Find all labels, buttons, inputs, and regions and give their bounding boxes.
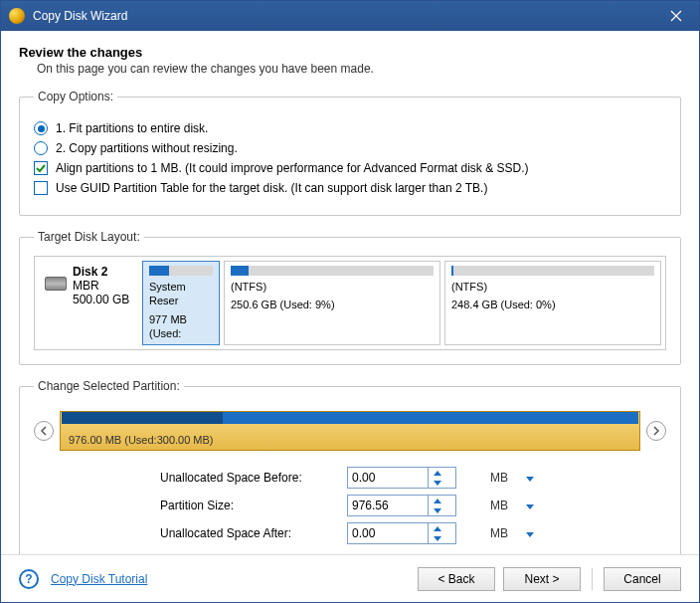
unit-dropdown[interactable] (526, 471, 540, 485)
unalloc-after-field[interactable] (348, 523, 428, 543)
disk-info: Disk 2 MBR 500.00 GB (39, 261, 138, 345)
disk-size: 500.00 GB (73, 293, 129, 306)
change-partition-group: Change Selected Partition: 976.00 MB (Us… (19, 379, 681, 554)
unalloc-after-label: Unallocated Space After: (160, 526, 339, 540)
radio-icon (34, 141, 48, 155)
tutorial-link[interactable]: Copy Disk Tutorial (51, 572, 147, 586)
disk-text: Disk 2 MBR 500.00 GB (73, 265, 129, 306)
change-legend: Change Selected Partition: (34, 379, 184, 393)
cancel-button[interactable]: Cancel (604, 567, 681, 591)
partition-size-input[interactable] (347, 495, 456, 516)
unit-dropdown[interactable] (526, 526, 540, 540)
checkbox-label: Use GUID Partition Table for the target … (56, 181, 487, 195)
next-button[interactable]: Next > (503, 567, 581, 591)
radio-fit-partitions[interactable]: 1. Fit partitions to entire disk. (34, 121, 666, 135)
spin-up-icon[interactable] (429, 496, 445, 505)
disk-type: MBR (73, 279, 129, 293)
radio-icon (34, 121, 48, 135)
page-title: Review the changes (19, 45, 681, 60)
partition-label: (NTFS) (231, 280, 434, 294)
copy-options-legend: Copy Options: (34, 90, 117, 103)
partition-slider[interactable]: 976.00 MB (Used:300.00 MB) (60, 411, 640, 451)
close-button[interactable] (661, 1, 691, 31)
partition-size: 248.4 GB (Used: 0%) (451, 298, 654, 311)
disk-layout-row: Disk 2 MBR 500.00 GB System Reser 977 MB… (34, 256, 666, 350)
spinner-buttons[interactable] (428, 468, 445, 488)
unalloc-after-input[interactable] (347, 522, 456, 544)
app-icon (9, 8, 25, 24)
spinner-buttons[interactable] (428, 496, 445, 515)
footer: ? Copy Disk Tutorial < Back Next > Cance… (1, 554, 699, 602)
unit-dropdown[interactable] (526, 499, 540, 512)
size-form: Unallocated Space Before: MB Partition S… (34, 467, 666, 544)
back-button[interactable]: < Back (418, 567, 495, 591)
slider-label: 976.00 MB (Used:300.00 MB) (69, 434, 214, 446)
partition-ntfs-1[interactable]: (NTFS) 250.6 GB (Used: 9%) (224, 261, 440, 345)
spinner-buttons[interactable] (428, 523, 445, 543)
unit-label: MB (490, 526, 518, 540)
spin-down-icon[interactable] (429, 533, 445, 543)
radio-label: 1. Fit partitions to entire disk. (56, 121, 208, 135)
checkbox-label: Align partitions to 1 MB. (It could impr… (56, 161, 529, 175)
spin-down-icon[interactable] (429, 505, 445, 515)
page-subtitle: On this page you can review the changes … (37, 62, 681, 76)
disk-name: Disk 2 (73, 265, 129, 279)
window-title: Copy Disk Wizard (33, 9, 661, 23)
unalloc-before-input[interactable] (347, 467, 456, 489)
layout-legend: Target Disk Layout: (34, 230, 144, 244)
unit-label: MB (490, 471, 518, 485)
unalloc-before-label: Unallocated Space Before: (160, 471, 339, 485)
partition-slider-row: 976.00 MB (Used:300.00 MB) (34, 411, 666, 451)
copy-options-group: Copy Options: 1. Fit partitions to entir… (19, 90, 681, 216)
slider-used (62, 412, 223, 424)
slider-left-button[interactable] (34, 421, 54, 441)
content-area: Review the changes On this page you can … (1, 31, 699, 554)
separator (592, 568, 593, 590)
checkbox-align-partitions[interactable]: Align partitions to 1 MB. (It could impr… (34, 161, 666, 175)
help-icon[interactable]: ? (19, 569, 39, 589)
partition-size-label: Partition Size: (160, 499, 339, 512)
partition-ntfs-2[interactable]: (NTFS) 248.4 GB (Used: 0%) (444, 261, 661, 345)
target-disk-layout-group: Target Disk Layout: Disk 2 MBR 500.00 GB… (19, 230, 681, 365)
partition-size-field[interactable] (348, 496, 428, 515)
spin-up-icon[interactable] (429, 523, 445, 533)
radio-label: 2. Copy partitions without resizing. (56, 141, 238, 155)
unit-label: MB (490, 499, 518, 512)
spin-up-icon[interactable] (429, 468, 445, 478)
partition-size: 250.6 GB (Used: 9%) (231, 298, 434, 311)
checkbox-use-guid[interactable]: Use GUID Partition Table for the target … (34, 181, 666, 195)
checkbox-icon (34, 181, 48, 195)
slider-bar (62, 412, 638, 424)
slider-right-button[interactable] (646, 421, 666, 441)
titlebar: Copy Disk Wizard (1, 1, 699, 31)
partition-label: (NTFS) (451, 280, 654, 294)
checkbox-icon (34, 161, 48, 175)
radio-copy-without-resizing[interactable]: 2. Copy partitions without resizing. (34, 141, 666, 155)
partition-system-reserved[interactable]: System Reser 977 MB (Used: (142, 261, 220, 345)
disk-icon (45, 277, 67, 291)
wizard-window: Copy Disk Wizard Review the changes On t… (0, 0, 700, 603)
partition-label: System Reser (149, 280, 213, 308)
partition-size: 977 MB (Used: (149, 312, 213, 341)
unalloc-before-field[interactable] (348, 468, 428, 488)
spin-down-icon[interactable] (429, 478, 445, 488)
